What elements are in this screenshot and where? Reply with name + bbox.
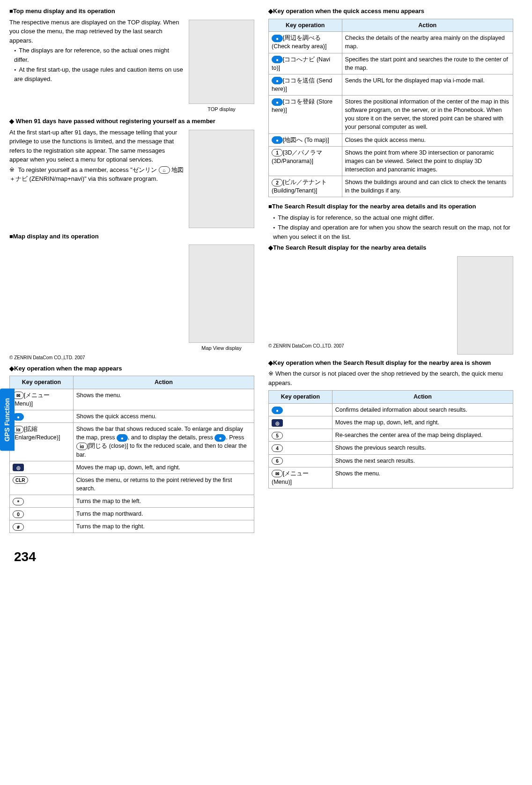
center-key-icon: ●: [117, 434, 128, 442]
action-cell: Moves the map up, down, left, and right.: [332, 416, 513, 429]
right-column: ◆Key operation when the quick access men…: [268, 5, 513, 538]
figure-map-view: Map View display: [189, 244, 254, 352]
table-row: 0Turns the map northward.: [10, 508, 254, 520]
table-key-operation-search: Key operation Action ●Confirms detailed …: [268, 390, 513, 489]
table-quick-access: Key operation Action ●[周辺を調べる (Check nea…: [268, 19, 513, 198]
four-key-icon: 4: [272, 444, 283, 452]
figure-caption: TOP display: [189, 105, 254, 113]
key-cell: ✉[メニュー (Menu)]: [269, 467, 332, 488]
table-row: ●Shows the quick access menu.: [10, 410, 254, 423]
action-cell: Closes the quick access menu.: [342, 133, 513, 146]
action-cell: Checks the details of the nearby area ma…: [342, 32, 513, 53]
key-cell: ＊: [10, 495, 74, 508]
heading-key-op-search: ◆Key operation when the Search Result di…: [268, 358, 513, 368]
table-row: 4Shows the previous search results.: [269, 442, 513, 454]
heading-quick-access: ◆Key operation when the quick access men…: [268, 7, 513, 16]
key-cell: ●[ココを登録 (Store here)]: [269, 96, 342, 134]
table-row: ＃Turns the map to the right.: [10, 520, 254, 533]
hash-key-icon: ＃: [13, 523, 24, 531]
table-row: CLRCloses the menu, or returns to the po…: [10, 474, 254, 495]
action-cell: Specifies the start point and searches t…: [342, 53, 513, 74]
action-cell: Shows the previous search results.: [332, 442, 513, 454]
action-cell: Shows the quick access menu.: [73, 410, 254, 423]
figure-search-result: [457, 256, 513, 355]
center-key-icon: ●: [272, 136, 283, 144]
copyright-text: © ZENRIN DataCom CO.,LTD. 2007: [9, 354, 254, 361]
bullet-item: The display and operation are for when y…: [273, 223, 513, 241]
table-row: ✉[メニュー (Menu)]Shows the menu.: [10, 389, 254, 410]
center-key-icon: ●: [272, 407, 283, 414]
table-header-key: Key operation: [10, 376, 74, 389]
heading-map-display: ■Map display and its operation: [9, 232, 254, 241]
action-cell: Turns the map northward.: [73, 508, 254, 520]
text-span: To register yourself as a member, access…: [18, 166, 158, 173]
screenshot-placeholder: [457, 256, 513, 355]
table-header-key: Key operation: [269, 19, 342, 32]
heading-search-result: ■The Search Result display for the nearb…: [268, 202, 513, 211]
action-cell: Shows the bar that shows reduced scale. …: [73, 423, 254, 461]
key-label: [地図へ (To map)]: [283, 137, 329, 143]
action-cell: Shows the point from where 3D intersecti…: [342, 146, 513, 176]
table-row: ＊Turns the map to the left.: [10, 495, 254, 508]
action-cell: Shows the next search results.: [332, 454, 513, 467]
page-number: 234: [14, 547, 532, 567]
one-key-icon: 1: [272, 149, 283, 156]
figure-91-days: [189, 130, 254, 228]
table-row: ✉[メニュー (Menu)]Shows the menu.: [269, 467, 513, 488]
left-column: ■Top menu display and its operation TOP …: [9, 5, 254, 538]
key-cell: ●[周辺を調べる (Check nearby area)]: [269, 32, 342, 53]
action-cell: Turns the map to the right.: [73, 520, 254, 533]
table-row: ◎Moves the map up, down, left, and right…: [10, 461, 254, 474]
figure-top-display: TOP display: [189, 20, 254, 113]
table-row: ●[周辺を調べる (Check nearby area)]Checks the …: [269, 32, 513, 53]
table-row: 2[ビル／テナント (Building/Tenant)]Shows the bu…: [269, 176, 513, 197]
table-row: ●[ココを登録 (Store here)]Stores the position…: [269, 96, 513, 134]
key-cell: 5: [269, 429, 332, 442]
screenshot-placeholder: [189, 244, 254, 343]
table-header-action: Action: [342, 19, 513, 32]
heading-top-menu: ■Top menu display and its operation: [9, 7, 254, 16]
multi-key-icon: ◎: [272, 419, 283, 427]
note-item: When the cursor is not placed over the s…: [268, 369, 513, 387]
bullet-item: The display is for reference, so the act…: [273, 213, 513, 222]
key-cell: ◎: [10, 461, 74, 474]
table-header-key: Key operation: [269, 391, 332, 404]
side-tab: GPS Function: [0, 389, 15, 451]
center-key-icon: ●: [272, 56, 283, 63]
center-key-icon: ●: [214, 434, 226, 442]
center-key-icon: ●: [272, 77, 283, 84]
six-key-icon: 6: [272, 457, 283, 465]
table-row: 5Re-searches the center area of the map …: [269, 429, 513, 442]
action-cell: Turns the map to the left.: [73, 495, 254, 508]
key-cell: 6: [269, 454, 332, 467]
key-cell: ●[地図へ (To map)]: [269, 133, 342, 146]
table-row: ●[ココへナビ (Navi to)]Specifies the start po…: [269, 53, 513, 74]
page-body: ■Top menu display and its operation TOP …: [0, 0, 532, 542]
action-cell: Shows the menu.: [332, 467, 513, 488]
key-cell: iα[拡縮 (Enlarge/Reduce)]: [10, 423, 74, 461]
zero-key-icon: 0: [13, 511, 24, 518]
multi-key-icon: ◎: [13, 464, 24, 471]
clr-key-icon: CLR: [13, 476, 28, 484]
key-cell: ●[ココへナビ (Navi to)]: [269, 53, 342, 74]
key-cell: 1[3D／パノラマ (3D/Panorama)]: [269, 146, 342, 176]
mail-key-icon: ✉: [272, 470, 283, 477]
key-cell: ◎: [269, 416, 332, 429]
star-key-icon: ＊: [13, 498, 24, 505]
table-row: 6Shows the next search results.: [269, 454, 513, 467]
action-cell: Re-searches the center area of the map b…: [332, 429, 513, 442]
two-key-icon: 2: [272, 179, 283, 186]
key-cell: ✉[メニュー (Menu)]: [10, 389, 74, 410]
key-cell: ●[ココを送信 (Send here)]: [269, 74, 342, 95]
table-row: ●[ココを送信 (Send here)]Sends the URL for th…: [269, 74, 513, 95]
five-key-icon: 5: [272, 432, 283, 439]
action-cell: Shows the menu.: [73, 389, 254, 410]
table-row: ◎Moves the map up, down, left, and right…: [269, 416, 513, 429]
action-cell: Stores the positional information of the…: [342, 96, 513, 134]
heading-key-op-map: ◆Key operation when the map appears: [9, 364, 254, 373]
table-header-action: Action: [73, 376, 254, 389]
key-cell: 4: [269, 442, 332, 454]
table-row: iα[拡縮 (Enlarge/Reduce)]Shows the bar tha…: [10, 423, 254, 461]
key-cell: 2[ビル／テナント (Building/Tenant)]: [269, 176, 342, 197]
action-cell: Closes the menu, or returns to the point…: [73, 474, 254, 495]
